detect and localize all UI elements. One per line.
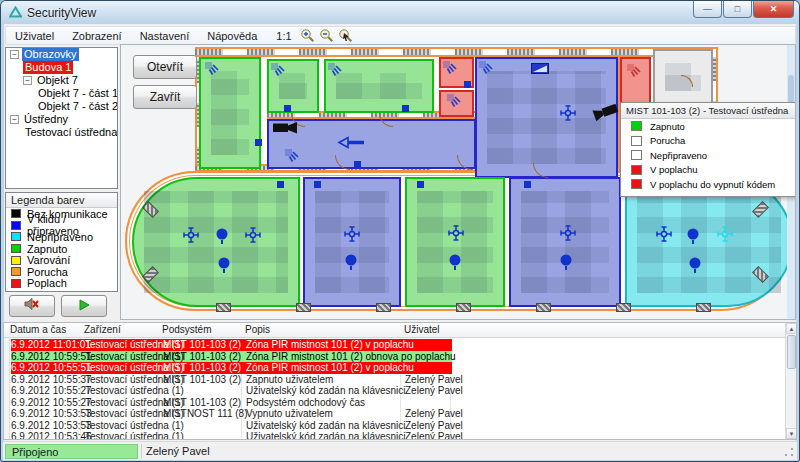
wall-segment xyxy=(536,303,551,312)
tooltip-item-v-poplachu: V poplachu xyxy=(621,163,795,178)
display-icon[interactable] xyxy=(531,60,549,78)
motion-sensor-icon[interactable] xyxy=(559,224,577,246)
motion-sensor-icon[interactable] xyxy=(559,104,577,126)
detector-icon[interactable] xyxy=(688,257,702,278)
contact-icon[interactable] xyxy=(255,139,262,146)
status-color-swatch xyxy=(631,136,642,146)
column-header-popis[interactable]: Popis xyxy=(245,324,270,335)
table-cell: MIST 101-103 (2) xyxy=(163,351,241,363)
motion-sensor-icon[interactable] xyxy=(244,226,262,248)
zoom-out-icon[interactable] xyxy=(318,28,335,44)
tree-item-obrazovky[interactable]: −Obrazovky xyxy=(6,48,117,61)
resize-grip[interactable] xyxy=(783,446,795,458)
tree-expander-icon[interactable]: − xyxy=(23,76,32,85)
contact-icon[interactable] xyxy=(524,181,531,188)
detector-icon[interactable] xyxy=(217,257,231,278)
column-header-za-zen[interactable]: Zařízení xyxy=(84,324,121,335)
motion-sensor-icon[interactable] xyxy=(182,226,200,248)
pir-sensor-icon[interactable] xyxy=(285,149,300,168)
event-log-table[interactable]: Datum a časZařízeníPodsystémPopisUživate… xyxy=(3,322,797,440)
tree-item-testovac-st-edna-1[interactable]: Testovací ústředna (1) xyxy=(6,126,117,139)
detector-icon[interactable] xyxy=(344,254,358,275)
zoom-in-icon[interactable] xyxy=(299,28,316,44)
minimize-button[interactable]: — xyxy=(693,1,722,18)
motion-sensor-icon[interactable] xyxy=(716,225,734,247)
pir-sensor-icon[interactable] xyxy=(443,61,458,80)
wall-segment xyxy=(456,303,471,312)
menu-n-pov-da[interactable]: Nápověda xyxy=(198,28,266,44)
scroll-up-icon[interactable]: ▲ xyxy=(786,323,797,334)
contact-icon[interactable] xyxy=(402,105,409,112)
mute-sound-button[interactable] xyxy=(9,295,55,317)
detector-icon[interactable] xyxy=(686,228,700,249)
column-header-podsyst-m[interactable]: Podsystém xyxy=(162,324,211,335)
wall-segment xyxy=(195,47,718,57)
contact-icon[interactable] xyxy=(284,105,291,112)
status-separator xyxy=(141,444,142,459)
tooltip-item-v-poplachu-do-vypnut-k-dem: V poplachu do vypnutí kódem xyxy=(621,177,795,192)
column-header-datum-a-as[interactable]: Datum a čas xyxy=(10,324,66,335)
table-cell: 6.9.2012 10:55:51 xyxy=(11,362,92,374)
app-logo-icon xyxy=(9,4,22,22)
detector-icon[interactable] xyxy=(448,254,462,275)
open-button[interactable]: Otevřít xyxy=(133,55,197,79)
contact-icon[interactable] xyxy=(314,181,321,188)
menu-nastaven[interactable]: Nastavení xyxy=(131,28,199,44)
title-bar[interactable]: SecurityView — □ ✕ xyxy=(1,1,799,24)
detector-icon[interactable] xyxy=(559,254,573,275)
table-cell: 6.9.2012 10:59:51 xyxy=(11,351,92,363)
tree-item-objekt-7-st-2[interactable]: Objekt 7 - část 2 xyxy=(6,100,117,113)
tree-item-objekt-7[interactable]: −Objekt 7 xyxy=(6,74,117,87)
table-cell: Testovací ústředna (1) xyxy=(85,431,184,440)
zoom-select-icon[interactable] xyxy=(337,28,354,44)
tree-expander-icon[interactable]: − xyxy=(10,115,19,124)
pir-sensor-icon[interactable] xyxy=(205,62,220,81)
pir-sensor-icon[interactable] xyxy=(479,61,494,80)
app-window: SecurityView — □ ✕ UživatelZobrazeníNast… xyxy=(0,0,800,462)
camera-icon[interactable] xyxy=(273,121,299,139)
pir-sensor-icon[interactable] xyxy=(328,63,343,82)
table-cell: Zapnuto uživatelem xyxy=(246,374,333,386)
detector-icon[interactable] xyxy=(215,228,229,249)
pir-sensor-icon[interactable] xyxy=(627,64,642,83)
menu-u-ivatel[interactable]: Uživatel xyxy=(6,28,63,44)
subsystem-tooltip: MIST 101-103 (2) - Testovací ústředna Za… xyxy=(620,102,796,197)
zoom-1-1-button[interactable]: 1:1 xyxy=(266,28,297,44)
status-bar: Připojeno Zelený Pavel xyxy=(3,441,797,460)
motion-sensor-icon[interactable] xyxy=(655,225,673,247)
table-scrollbar[interactable]: ▲ ▼ xyxy=(785,323,796,439)
contact-icon[interactable] xyxy=(354,161,361,168)
column-header-u-ivatel[interactable]: Uživatel xyxy=(404,324,440,335)
pir-sensor-icon[interactable] xyxy=(271,63,286,82)
tree-item-objekt-7-st-1[interactable]: Objekt 7 - část 1 xyxy=(6,87,117,100)
contact-icon[interactable] xyxy=(417,181,424,188)
table-cell: Zelený Pavel xyxy=(405,420,463,432)
motion-sensor-icon[interactable] xyxy=(343,225,361,247)
contact-icon[interactable] xyxy=(277,181,284,188)
table-cell: Uživatelský kód zadán na klávesnici xyxy=(246,385,406,397)
pir-sensor-icon[interactable] xyxy=(447,94,462,113)
close-plan-button[interactable]: Zavřít xyxy=(133,85,197,109)
speaker-muted-icon xyxy=(23,297,41,315)
row-header-strip xyxy=(4,338,10,439)
tree-item-st-edny[interactable]: −Ústředny xyxy=(6,113,117,126)
table-cell: MISTNOST 111 (8) xyxy=(163,408,247,420)
close-button[interactable]: ✕ xyxy=(753,1,794,18)
scroll-down-icon[interactable]: ▼ xyxy=(786,428,797,439)
contact-icon[interactable] xyxy=(464,81,471,88)
menu-zobrazen[interactable]: Zobrazení xyxy=(63,28,131,44)
table-cell: Zóna PIR mistnost 101 (2) obnova po popl… xyxy=(246,351,456,363)
tooltip-item-label: Zapnuto xyxy=(650,121,685,132)
tree-item-budova-1[interactable]: Budova 1 xyxy=(6,61,117,74)
table-cell: Zelený Pavel xyxy=(405,408,463,420)
scroll-thumb[interactable] xyxy=(787,335,796,369)
maximize-button[interactable]: □ xyxy=(723,1,752,18)
play-button[interactable] xyxy=(61,295,107,317)
floor-plan-canvas[interactable]: Otevřít Zavřít MIST 101-103 (2) - Testov… xyxy=(120,44,796,320)
motion-sensor-icon[interactable] xyxy=(447,224,465,246)
legend-item-porucha: Porucha xyxy=(6,266,117,278)
table-cell: MIST 101-103 (2) xyxy=(163,339,241,351)
tree-expander-icon[interactable]: − xyxy=(10,50,19,59)
table-cell: Uživatelský kód zadán na klávesnici xyxy=(246,431,406,440)
direction-arrow-icon[interactable] xyxy=(329,135,365,153)
